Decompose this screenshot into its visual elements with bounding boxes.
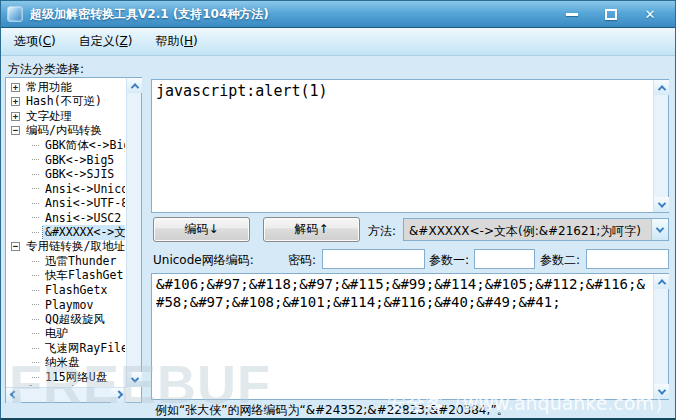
tree-item[interactable]: 迅雷Thunder: [8, 254, 125, 269]
tree-item-label[interactable]: Hash(不可逆): [24, 95, 104, 110]
tree-section-label: 方法分类选择:: [8, 61, 84, 78]
tree-item-label[interactable]: 编码/内码转换: [24, 124, 104, 139]
titlebar[interactable]: 超级加解密转换工具V2.1 (支持104种方法) ✕: [1, 1, 675, 27]
tree-item-label[interactable]: GBK<->Big5: [43, 153, 116, 167]
scroll-down-icon: [130, 374, 138, 382]
tree-item[interactable]: FlashGetx: [8, 283, 125, 298]
tree-item-label[interactable]: GBK<->SJIS: [43, 167, 116, 181]
tree-item-label[interactable]: 115网络U盘: [43, 370, 109, 385]
scroll-up-button[interactable]: [654, 80, 669, 95]
tree-item-label[interactable]: Ansi<->USC2: [43, 211, 123, 225]
expand-icon[interactable]: +: [11, 112, 20, 121]
tree-leaf-dash: [32, 304, 39, 305]
tree-leaf-dash: [32, 261, 39, 262]
tree-leaf-dash: [32, 333, 39, 334]
minimize-icon: [566, 13, 578, 16]
tree-item-label[interactable]: 快车FlashGet: [43, 269, 125, 284]
tree-item-label[interactable]: 迅雷Thunder: [43, 254, 118, 269]
tree-item-label[interactable]: GBK简体<->Big5: [43, 138, 125, 153]
tree-vertical-scrollbar[interactable]: [126, 78, 141, 387]
plain-text-input[interactable]: javascript:alert(1): [156, 82, 650, 210]
tree-horizontal-scrollbar[interactable]: [6, 387, 126, 402]
method-dropdown[interactable]: &#XXXXX<->文本(例:&#21621;为呵字): [403, 218, 669, 241]
tree-item-label[interactable]: FlashGetx: [43, 283, 109, 297]
tree-item-label[interactable]: &#XXXXX<->文本: [43, 225, 125, 240]
expand-icon[interactable]: +: [11, 97, 20, 106]
tree-item[interactable]: QQ超级旋风: [8, 312, 125, 327]
tree-item[interactable]: 纳米盘: [8, 356, 125, 371]
tree-item-label[interactable]: QQ超级旋风: [43, 312, 107, 327]
method-tree: +常用功能+Hash(不可逆)+文字处理−编码/内码转换GBK简体<->Big5…: [5, 77, 142, 403]
encode-button[interactable]: 编码↓: [153, 217, 250, 242]
tree-item[interactable]: 115网络U盘: [8, 370, 125, 385]
tree-item-label[interactable]: 文字处理: [24, 109, 74, 124]
tree-item[interactable]: Ansi<->Unicode: [8, 182, 125, 197]
tree-item[interactable]: −专用链转换/取地址: [8, 240, 125, 255]
tree-item[interactable]: −编码/内码转换: [8, 124, 125, 139]
tree-item[interactable]: Playmov: [8, 298, 125, 313]
output-text[interactable]: &#106;&#97;&#118;&#97;&#115;&#99;&#114;&…: [156, 276, 650, 397]
unicode-encoding-label: Unicode网络编码:: [153, 252, 254, 269]
plain-text-box: javascript:alert(1): [151, 79, 669, 213]
tree-item-label[interactable]: 专用链转换/取地址: [24, 240, 125, 255]
menu-help[interactable]: 帮助(H): [155, 33, 197, 50]
scroll-down-button[interactable]: [654, 197, 669, 212]
tree-item[interactable]: +常用功能: [8, 80, 125, 95]
tree-leaf-dash: [32, 188, 39, 189]
tree-item[interactable]: Ansi<->USC2: [8, 211, 125, 226]
tree-item[interactable]: &#XXXXX<->文本: [8, 225, 125, 240]
tree-item-label[interactable]: 电驴: [43, 327, 70, 342]
plain-text-scrollbar[interactable]: [653, 80, 668, 212]
close-button[interactable]: ✕: [639, 6, 661, 22]
window-title: 超级加解密转换工具V2.1 (支持104种方法): [30, 6, 269, 23]
maximize-button[interactable]: [600, 6, 622, 22]
scroll-up-icon: [657, 85, 665, 93]
collapse-icon[interactable]: −: [11, 126, 20, 135]
tree-leaf-dash: [32, 275, 39, 276]
scroll-right-button[interactable]: [111, 388, 126, 403]
app-icon: [7, 6, 23, 22]
tree-item[interactable]: +Hash(不可逆): [8, 95, 125, 110]
param1-field[interactable]: [474, 249, 535, 269]
menu-customize[interactable]: 自定义(Z): [79, 33, 133, 50]
decode-button[interactable]: 解码↑: [263, 217, 360, 242]
collapse-icon[interactable]: −: [11, 242, 20, 251]
scroll-up-button[interactable]: [127, 78, 142, 93]
close-icon: ✕: [645, 8, 656, 21]
param2-field[interactable]: [586, 249, 669, 269]
client-area: 方法分类选择: +常用功能+Hash(不可逆)+文字处理−编码/内码转换GBK简…: [1, 57, 675, 418]
scroll-down-icon: [657, 199, 665, 207]
tree-item[interactable]: GBK<->SJIS: [8, 167, 125, 182]
tree-item[interactable]: 飞速网RayFile: [8, 341, 125, 356]
password-field[interactable]: [322, 249, 425, 269]
tree-item-label[interactable]: 纳米盘: [43, 356, 82, 371]
output-scrollbar[interactable]: [653, 274, 668, 399]
tree-item-label[interactable]: 翻译/语言: [24, 385, 81, 387]
tree-item[interactable]: GBK简体<->Big5: [8, 138, 125, 153]
status-text: 例如“张大侠”的网络编码为“&#24352;&#22823;&#20384;”。: [155, 402, 671, 419]
tree-leaf-dash: [32, 319, 39, 320]
dropdown-button[interactable]: [651, 219, 668, 240]
tree-item-label[interactable]: Playmov: [43, 298, 95, 312]
tree-item-label[interactable]: Ansi<->Unicode: [43, 182, 125, 196]
scroll-left-button[interactable]: [6, 388, 21, 403]
tree-leaf-dash: [32, 232, 39, 233]
tree-rows: +常用功能+Hash(不可逆)+文字处理−编码/内码转换GBK简体<->Big5…: [8, 80, 125, 386]
tree-item-label[interactable]: 常用功能: [24, 80, 74, 95]
tree-leaf-dash: [32, 159, 39, 160]
scroll-up-button[interactable]: [654, 274, 669, 289]
tree-item[interactable]: 电驴: [8, 327, 125, 342]
scroll-down-button[interactable]: [127, 372, 142, 387]
scroll-down-icon: [657, 386, 665, 394]
minimize-button[interactable]: [561, 6, 583, 22]
tree-item[interactable]: +翻译/语言: [8, 385, 125, 387]
tree-item[interactable]: 快车FlashGet: [8, 269, 125, 284]
tree-item-label[interactable]: 飞速网RayFile: [43, 341, 125, 356]
tree-item[interactable]: Ansi<->UTF-8: [8, 196, 125, 211]
expand-icon[interactable]: +: [11, 83, 20, 92]
tree-item-label[interactable]: Ansi<->UTF-8: [43, 196, 125, 210]
tree-item[interactable]: GBK<->Big5: [8, 153, 125, 168]
tree-item[interactable]: +文字处理: [8, 109, 125, 124]
menu-options[interactable]: 选项(C): [14, 33, 56, 50]
scroll-down-button[interactable]: [654, 384, 669, 399]
